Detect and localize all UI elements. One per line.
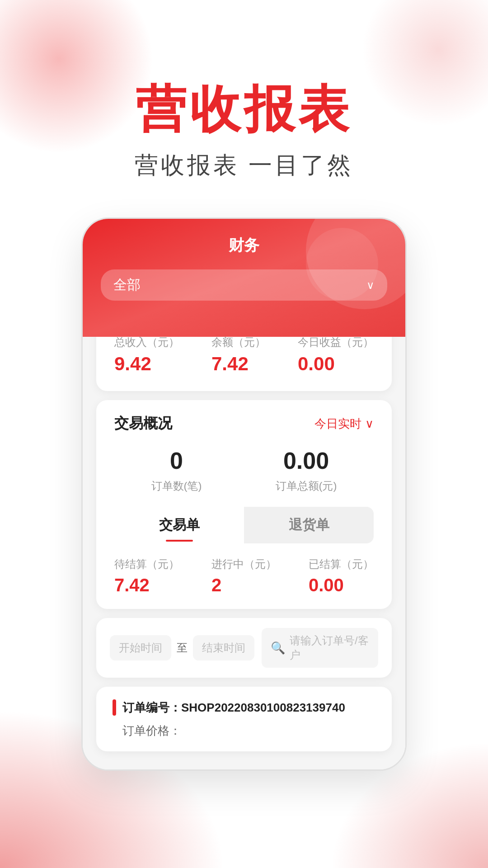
tx-numbers: 0 订单数(笔) 0.00 订单总额(元) [114,447,374,493]
date-separator: 至 [177,641,188,655]
stat-item-today: 今日收益（元） 0.00 [298,335,374,375]
dropdown-label: 全部 [113,276,141,294]
tx-order-total-value: 0.00 [283,447,329,474]
phone-title: 财务 [101,235,387,256]
search-placeholder: 请输入订单号/客户 [290,633,369,662]
tx-title: 交易概况 [114,414,172,434]
tx-filter[interactable]: 今日实时 ∨ [314,416,374,432]
date-start-field[interactable]: 开始时间 [110,635,171,660]
settlement-pending-label: 待结算（元） [114,557,179,571]
dropdown-selector[interactable]: 全部 ∨ [101,269,387,301]
phone-header: 财务 全部 ∨ [83,219,405,337]
settlement-done-value: 0.00 [309,575,344,595]
stat-item-total: 总收入（元） 9.42 [114,335,179,375]
tx-order-total-label: 订单总额(元) [276,479,337,493]
settlement-pending-value: 7.42 [114,575,150,595]
settlement-pending: 待结算（元） 7.42 [114,557,179,595]
phone-body: 总收入（元） 9.42 余额（元） 7.42 今日收益（元） 0.00 [83,319,405,769]
settlement-done: 已结算（元） 0.00 [309,557,374,595]
tx-order-count: 0 订单数(笔) [151,447,202,493]
settlement-inprogress-label: 进行中（元） [211,557,277,571]
order-price-row: 订单价格： [113,723,375,739]
settlement-inprogress-value: 2 [211,575,221,595]
order-id-bar [113,699,116,716]
stat-item-balance: 余额（元） 7.42 [211,335,266,375]
stat-label-balance: 余额（元） [211,335,266,349]
order-id-row: 订单编号：SHOP20220830100823139740 [113,699,375,716]
tx-order-count-value: 0 [170,447,183,474]
hero-title: 营收报表 [136,81,352,137]
stats-row: 总收入（元） 9.42 余额（元） 7.42 今日收益（元） 0.00 [114,335,374,375]
search-input-wrap[interactable]: 🔍 请输入订单号/客户 [262,628,378,668]
date-end-field[interactable]: 结束时间 [193,635,254,660]
tx-filter-label: 今日实时 [314,416,361,432]
settlement-inprogress: 进行中（元） 2 [211,557,277,595]
order-item: 订单编号：SHOP20220830100823139740 订单价格： [96,687,392,751]
tx-filter-arrow-icon: ∨ [365,417,374,431]
date-range: 开始时间 至 结束时间 [110,635,254,660]
stat-value-today: 0.00 [298,353,335,375]
tx-header: 交易概况 今日实时 ∨ [114,414,374,434]
stat-label-today: 今日收益（元） [298,335,374,349]
tab-transaction[interactable]: 交易单 [114,507,244,543]
dropdown-arrow-icon: ∨ [366,279,375,292]
order-price-label: 订单价格： [122,723,181,739]
tx-order-total: 0.00 订单总额(元) [276,447,337,493]
hero-subtitle: 营收报表 一目了然 [135,150,353,181]
search-area: 开始时间 至 结束时间 🔍 请输入订单号/客户 [96,618,392,678]
tab-return[interactable]: 退货单 [244,507,374,543]
search-icon: 🔍 [271,641,285,655]
stat-label-total: 总收入（元） [114,335,179,349]
tabs-row: 交易单 退货单 [114,507,374,543]
phone-mockup: 财务 全部 ∨ 总收入（元） 9.42 余额（元） 7.42 [81,217,407,771]
transaction-card: 交易概况 今日实时 ∨ 0 订单数(笔) 0.00 订单总额(元) [96,400,392,609]
tx-order-count-label: 订单数(笔) [151,479,202,493]
stat-value-balance: 7.42 [211,353,249,375]
stat-value-total: 9.42 [114,353,151,375]
settlement-row: 待结算（元） 7.42 进行中（元） 2 已结算（元） 0.00 [114,557,374,595]
order-id-text: 订单编号：SHOP20220830100823139740 [122,700,345,716]
settlement-done-label: 已结算（元） [309,557,374,571]
